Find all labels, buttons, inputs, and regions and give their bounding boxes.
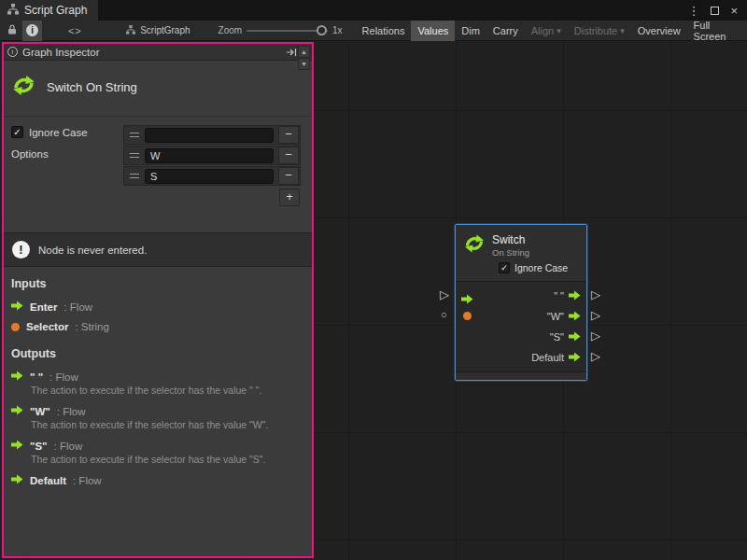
unity-window: Script Graph ⋮ × i <> ScriptGraph Zoom: [0, 0, 747, 560]
overview-button[interactable]: Overview: [631, 21, 687, 41]
ignore-case-checkbox[interactable]: ✓: [499, 262, 510, 273]
switch-icon: [11, 73, 36, 102]
code-icon: <>: [68, 25, 82, 36]
value-port-icon[interactable]: [463, 312, 472, 320]
ports-documentation: Inputs Enter : Flow Selector : String Ou…: [4, 267, 312, 486]
node-title-block: Switch On String: [4, 61, 312, 117]
option-row: W −: [123, 146, 301, 165]
inspector-header[interactable]: i Graph Inspector: [4, 44, 312, 61]
align-dropdown[interactable]: Align▾: [525, 21, 568, 41]
output-port-doc: "S" : Flow: [11, 440, 304, 452]
node-footer: [456, 371, 586, 380]
output-port-row[interactable]: "W": [456, 306, 586, 327]
flow-port-icon: [11, 440, 23, 452]
remove-option-button[interactable]: −: [278, 147, 299, 164]
script-graph-icon: [7, 4, 19, 18]
window-tab-bar: Script Graph ⋮ ×: [0, 0, 747, 21]
drag-handle-icon[interactable]: [124, 133, 145, 137]
graph-name-label: ScriptGraph: [140, 25, 190, 35]
output-port-doc: Default : Flow: [11, 474, 304, 486]
distribute-dropdown[interactable]: Distribute▾: [568, 21, 631, 41]
drag-handle-icon[interactable]: [124, 153, 145, 158]
flow-port-outline-icon[interactable]: ▷: [591, 350, 600, 362]
input-port-doc: Selector : String: [11, 321, 304, 332]
flow-port-icon: [11, 301, 23, 313]
switch-icon: [463, 232, 486, 259]
port-description: The action to execute if the selector ha…: [31, 419, 304, 431]
lock-icon: [7, 24, 17, 37]
chevron-down-icon: ▾: [557, 26, 561, 35]
chevron-down-icon: ▾: [620, 26, 625, 35]
zoom-slider-handle[interactable]: [317, 25, 327, 35]
node-settings: ✓ Ignore Case Options − W − S −: [4, 117, 312, 227]
port-description: The action to execute if the selector ha…: [31, 454, 304, 466]
flow-port-outline-icon[interactable]: ▷: [591, 288, 600, 301]
toolbar-buttons: Relations Values Dim Carry Align▾ Distri…: [356, 21, 747, 41]
flow-port-icon[interactable]: [461, 291, 473, 308]
warning-banner: ! Node is never entered.: [4, 232, 312, 267]
flow-port-icon[interactable]: [569, 311, 581, 323]
flow-port-icon: [11, 405, 23, 417]
input-port-doc: Enter : Flow: [11, 301, 304, 313]
zoom-slider-track[interactable]: [247, 30, 328, 32]
ignore-case-label: Ignore Case: [29, 127, 88, 138]
option-row: −: [123, 125, 301, 145]
switch-on-string-node[interactable]: Switch On String ✓ Ignore Case " ": [455, 224, 587, 381]
flow-port-icon: [11, 371, 23, 383]
flow-port-icon[interactable]: [569, 290, 581, 302]
values-button[interactable]: Values: [411, 21, 455, 41]
options-list: − W − S − +: [123, 125, 301, 206]
option-input[interactable]: W: [145, 148, 274, 163]
window-menu-icon[interactable]: ⋮: [687, 4, 699, 18]
option-input[interactable]: [145, 128, 274, 143]
close-icon[interactable]: ×: [730, 4, 738, 18]
info-icon: i: [7, 47, 18, 57]
node-body: " " "W" "S" Default: [456, 281, 586, 371]
scroll-up-icon[interactable]: ▲: [298, 46, 310, 58]
output-port-doc: " " : Flow: [11, 371, 304, 383]
output-port-row[interactable]: " ": [456, 286, 586, 306]
graph-breadcrumb[interactable]: ScriptGraph: [126, 25, 190, 36]
inspector-title: Graph Inspector: [22, 47, 99, 58]
full-screen-button[interactable]: Full Screen: [687, 21, 747, 41]
flow-port-outline-icon[interactable]: ▷: [440, 288, 449, 301]
zoom-slider[interactable]: [247, 21, 328, 41]
zoom-value: 1x: [332, 25, 343, 35]
output-port-doc: "W" : Flow: [11, 405, 304, 417]
node-title: Switch: [492, 234, 529, 247]
carry-button[interactable]: Carry: [486, 21, 525, 41]
port-description: The action to execute if the selector ha…: [31, 385, 304, 397]
value-port-icon: [11, 323, 20, 331]
remove-option-button[interactable]: −: [278, 167, 299, 185]
lock-button[interactable]: [2, 21, 22, 41]
value-port-outline-icon[interactable]: ○: [441, 310, 447, 320]
flow-port-outline-icon[interactable]: ▷: [591, 309, 600, 321]
panel-scroll-controls: ▲ ▼: [298, 46, 310, 70]
maximize-icon[interactable]: [711, 7, 719, 15]
tab-script-graph[interactable]: Script Graph: [0, 0, 98, 21]
node-subtitle: On String: [492, 248, 529, 259]
flow-port-outline-icon[interactable]: ▷: [591, 329, 600, 342]
flow-port-icon[interactable]: [569, 352, 581, 364]
outputs-section-title: Outputs: [11, 347, 304, 360]
info-icon: i: [26, 24, 38, 36]
relations-button[interactable]: Relations: [356, 21, 412, 41]
output-port-row[interactable]: Default: [456, 347, 586, 368]
option-row: S −: [123, 166, 301, 186]
output-port-row[interactable]: "S": [456, 327, 586, 347]
dock-icon[interactable]: [286, 48, 297, 57]
dim-button[interactable]: Dim: [455, 21, 486, 41]
drag-handle-icon[interactable]: [124, 174, 145, 178]
ignore-case-checkbox[interactable]: ✓: [11, 126, 23, 138]
remove-option-button[interactable]: −: [278, 126, 299, 144]
graph-icon: [126, 25, 135, 36]
graph-inspector-panel: ▲ ▼ i Graph Inspector Switch On String ✓…: [2, 42, 314, 558]
scroll-down-icon[interactable]: ▼: [298, 58, 310, 70]
inspector-toggle-button[interactable]: i: [22, 21, 43, 41]
add-option-button[interactable]: +: [279, 189, 300, 206]
node-header[interactable]: Switch On String ✓ Ignore Case: [456, 225, 586, 281]
flow-port-icon[interactable]: [569, 331, 581, 343]
edit-script-button[interactable]: <>: [64, 21, 85, 41]
option-input[interactable]: S: [145, 169, 274, 184]
warning-icon: !: [12, 241, 30, 259]
